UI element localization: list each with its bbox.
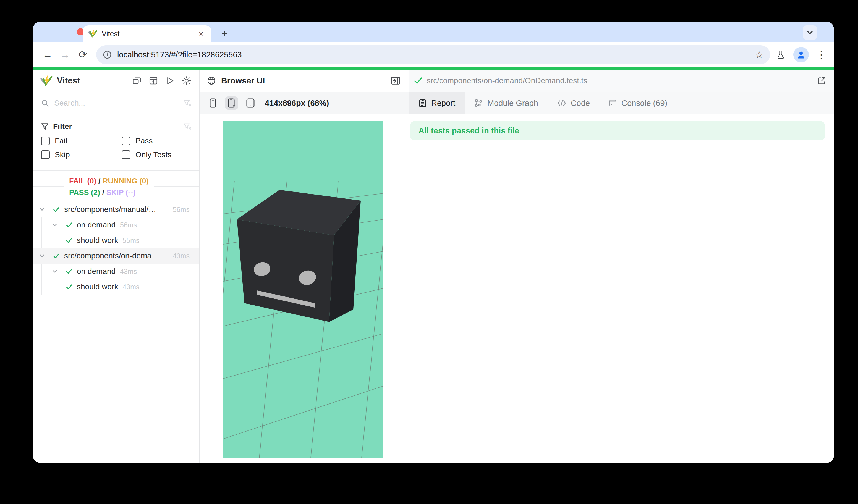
tab-title: Vitest	[102, 30, 196, 38]
file-header: src/components/on-demand/OnDemand.test.t…	[409, 70, 834, 92]
skip-count: SKIP (--)	[107, 189, 136, 197]
search-input[interactable]: Search...	[54, 99, 183, 108]
filter-funnel-icon	[41, 123, 49, 130]
screenshot-stage: Vitest × + ← → ⟳ localhost:5173/#/?f	[0, 0, 858, 504]
chevron-down-icon[interactable]	[39, 207, 45, 212]
pass-check-icon	[66, 237, 73, 244]
experiments-flask-icon[interactable]	[776, 50, 785, 60]
all-passed-banner: All tests passed in this file	[410, 121, 825, 140]
vitest-logo-icon	[41, 75, 52, 87]
favicon-vitest-icon	[89, 29, 97, 38]
filter-option-skip[interactable]: Skip	[41, 150, 122, 159]
tree-row-suite[interactable]: on demand 43ms	[33, 264, 199, 279]
chevron-down-icon[interactable]	[52, 222, 58, 228]
tree-row-file[interactable]: src/components/manual/… 56ms	[33, 202, 199, 217]
reload-button[interactable]: ⟳	[74, 46, 92, 64]
browser-ui-panel: Browser UI	[200, 70, 409, 462]
fail-count: FAIL (0)	[69, 177, 96, 185]
tab-report[interactable]: Report	[409, 92, 465, 114]
filter-option-only-tests[interactable]: Only Tests	[122, 150, 191, 159]
run-all-icon[interactable]	[165, 76, 175, 85]
pass-label: Pass	[136, 136, 153, 145]
browser-ui-actions	[390, 76, 409, 86]
tab-module-graph-label: Module Graph	[487, 99, 538, 108]
tab-console-label: Console (69)	[621, 99, 667, 108]
site-info-icon[interactable]	[103, 50, 112, 59]
test-name: should work	[77, 236, 118, 245]
sidebar: Vitest	[33, 70, 200, 462]
filter-option-pass[interactable]: Pass	[122, 136, 191, 145]
viewport-size-label: 414x896px (68%)	[265, 99, 329, 108]
pass-check-icon	[53, 253, 60, 259]
test-iframe[interactable]	[223, 121, 383, 458]
search-icon	[41, 99, 49, 107]
chevron-down-icon[interactable]	[52, 269, 58, 274]
filter-options: Fail Pass Skip Only Tests	[41, 136, 191, 159]
test-duration: 43ms	[123, 283, 139, 291]
browser-tab[interactable]: Vitest ×	[83, 26, 211, 42]
sidebar-actions	[132, 76, 199, 85]
tree-row-test[interactable]: should work 43ms	[33, 279, 199, 295]
pass-checkbox[interactable]	[122, 136, 130, 145]
back-button[interactable]: ←	[39, 46, 57, 64]
test-duration: 56ms	[173, 206, 190, 214]
theme-toggle-icon[interactable]	[182, 76, 191, 85]
browser-ui-header: Browser UI	[200, 70, 409, 92]
open-external-icon[interactable]	[817, 76, 826, 85]
test-duration: 56ms	[120, 221, 137, 229]
tab-code[interactable]: Code	[547, 92, 599, 114]
chrome-menu-icon[interactable]: ⋮	[816, 49, 826, 60]
tab-search-button[interactable]	[803, 26, 817, 40]
collapse-panels-icon[interactable]	[132, 76, 142, 85]
clear-filter-icon[interactable]	[183, 99, 191, 107]
tree-row-test[interactable]: should work 55ms	[33, 233, 199, 248]
fail-checkbox[interactable]	[41, 136, 50, 145]
test-name: should work	[77, 282, 118, 291]
address-bar[interactable]: localhost:5173/#/?file=1828625563 ☆	[96, 45, 770, 64]
skip-checkbox[interactable]	[41, 150, 50, 159]
only-tests-label: Only Tests	[136, 150, 171, 159]
profile-avatar[interactable]	[793, 47, 809, 63]
tree-row-file-selected[interactable]: src/components/on-dema… 43ms	[33, 248, 199, 264]
sidebar-header: Vitest	[33, 70, 199, 92]
new-tab-button[interactable]: +	[217, 26, 232, 42]
tree-row-suite[interactable]: on demand 56ms	[33, 217, 199, 233]
only-tests-checkbox[interactable]	[122, 150, 130, 159]
forward-button[interactable]: →	[57, 46, 74, 64]
skip-label: Skip	[55, 150, 70, 159]
report-icon	[418, 99, 427, 108]
chrome-toolbar: ← → ⟳ localhost:5173/#/?file=1828625563 …	[33, 42, 834, 67]
pass-check-icon	[66, 222, 73, 228]
summary-line-2: PASS (2) / SKIP (--)	[69, 187, 149, 198]
clear-filter-icon[interactable]	[183, 123, 191, 131]
filter-option-fail[interactable]: Fail	[41, 136, 122, 145]
filter-title: Filter	[53, 122, 183, 131]
pass-count: PASS (2)	[69, 189, 100, 197]
test-duration: 55ms	[123, 237, 139, 245]
browser-window: Vitest × + ← → ⟳ localhost:5173/#/?f	[33, 22, 834, 462]
three-js-scene	[223, 121, 383, 458]
bookmark-star-icon[interactable]: ☆	[755, 49, 763, 60]
test-duration: 43ms	[173, 252, 190, 260]
tab-module-graph[interactable]: Module Graph	[465, 92, 547, 114]
dashboard-icon[interactable]	[149, 76, 158, 85]
search-row: Search...	[33, 92, 199, 114]
tab-strip: Vitest × +	[33, 22, 834, 42]
url-text[interactable]: localhost:5173/#/?file=1828625563	[117, 50, 755, 60]
device-phone-small-button[interactable]	[206, 96, 220, 110]
test-summary: FAIL (0) / RUNNING (0) PASS (2) / SKIP (…	[33, 171, 199, 202]
pass-check-icon	[66, 283, 73, 290]
tab-report-label: Report	[431, 99, 455, 108]
device-phone-plus-button[interactable]	[225, 96, 238, 110]
dock-panel-icon[interactable]	[390, 76, 401, 86]
filter-panel: Filter Fail Pass	[33, 114, 199, 171]
code-icon	[557, 99, 566, 107]
tab-close-icon[interactable]: ×	[196, 29, 206, 39]
chevron-down-icon[interactable]	[39, 253, 45, 259]
app-title: Vitest	[57, 76, 80, 86]
device-tablet-button[interactable]	[244, 96, 257, 110]
globe-icon	[207, 76, 216, 85]
tab-console[interactable]: Console (69)	[599, 92, 677, 114]
chevron-down-icon	[807, 29, 813, 36]
chrome-actions: ⋮	[776, 47, 826, 63]
